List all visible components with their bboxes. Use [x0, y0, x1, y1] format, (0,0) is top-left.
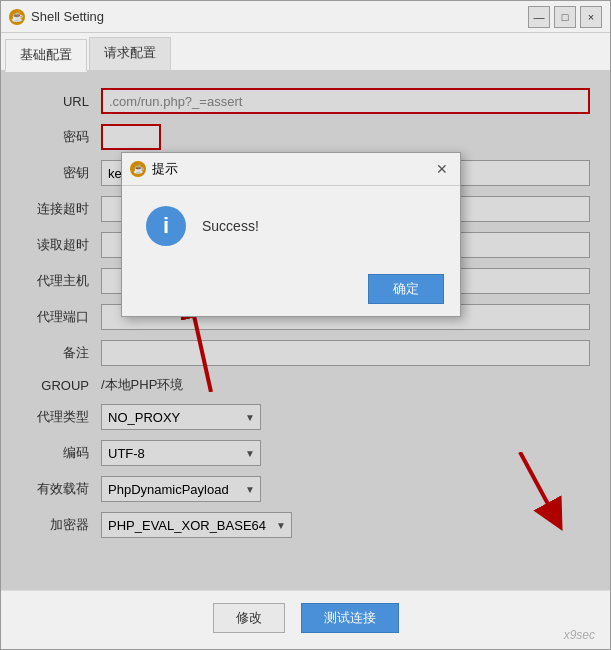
modify-button[interactable]: 修改 — [213, 603, 285, 633]
minimize-button[interactable]: — — [528, 6, 550, 28]
watermark: x9sec — [564, 628, 595, 642]
tab-bar: 基础配置 请求配置 — [1, 33, 610, 72]
title-bar-left: ☕ Shell Setting — [9, 9, 104, 25]
test-connection-button[interactable]: 测试连接 — [301, 603, 399, 633]
modal-close-button[interactable]: ✕ — [432, 159, 452, 179]
modal-title-bar: ☕ 提示 ✕ — [122, 153, 460, 186]
modal-info-icon: i — [146, 206, 186, 246]
tab-basic-config[interactable]: 基础配置 — [5, 39, 87, 72]
modal-ok-button[interactable]: 确定 — [368, 274, 444, 304]
maximize-button[interactable]: □ — [554, 6, 576, 28]
tab-request-config[interactable]: 请求配置 — [89, 37, 171, 70]
modal-dialog: ☕ 提示 ✕ i Success! 确定 — [121, 152, 461, 317]
window-title: Shell Setting — [31, 9, 104, 24]
bottom-buttons: 修改 测试连接 — [1, 590, 610, 649]
title-bar-controls: — □ × — [528, 6, 602, 28]
modal-title-left: ☕ 提示 — [130, 160, 178, 178]
app-icon: ☕ — [9, 9, 25, 25]
modal-overlay: ☕ 提示 ✕ i Success! 确定 — [1, 72, 610, 590]
title-bar: ☕ Shell Setting — □ × — [1, 1, 610, 33]
modal-footer: 确定 — [122, 266, 460, 316]
close-button[interactable]: × — [580, 6, 602, 28]
main-window: ☕ Shell Setting — □ × 基础配置 请求配置 URL 密码 密… — [0, 0, 611, 650]
modal-title-text: 提示 — [152, 160, 178, 178]
main-content: URL 密码 密钥 连接超时 读取超时 代理主机 代理端口 备注 — [1, 72, 610, 590]
modal-message: Success! — [202, 218, 259, 234]
modal-app-icon: ☕ — [130, 161, 146, 177]
modal-body: i Success! — [122, 186, 460, 266]
